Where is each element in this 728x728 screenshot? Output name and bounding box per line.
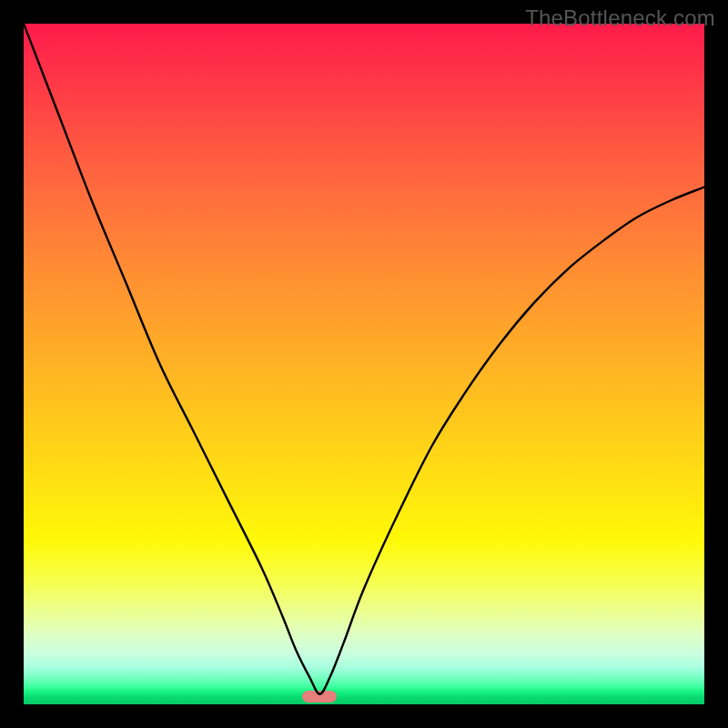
chart-frame: TheBottleneck.com bbox=[0, 0, 728, 728]
bottleneck-curve bbox=[24, 24, 704, 704]
plot-area bbox=[24, 24, 704, 704]
watermark-text: TheBottleneck.com bbox=[525, 5, 715, 31]
curve-path bbox=[24, 24, 704, 694]
